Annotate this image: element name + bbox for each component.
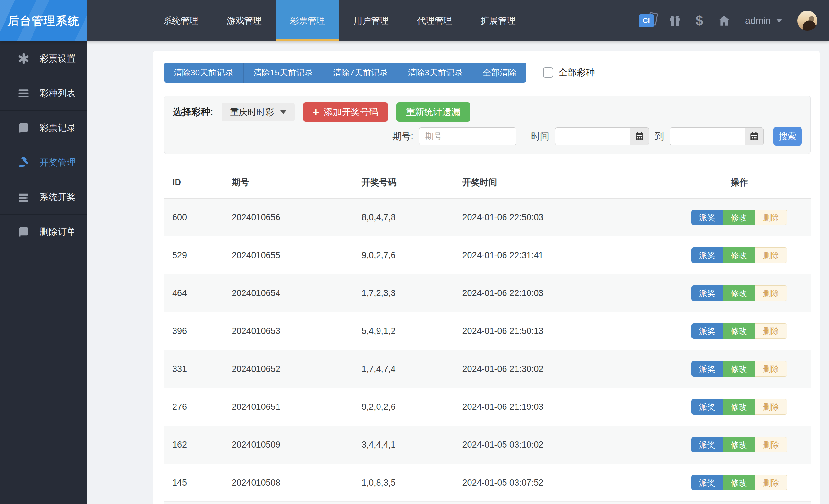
dispatch-prize-button[interactable]: 派奖 [691,399,723,415]
cell-time: 2024-01-06 22:50:03 [454,198,668,237]
delete-button[interactable]: 删除 [755,248,787,263]
table-row: 162 2024010509 3,4,4,4,1 2024-01-05 03:1… [164,426,810,464]
edit-button[interactable]: 修改 [723,323,755,339]
cell-issue: 2024010655 [223,237,353,274]
draw-records-table: ID 期号 开奖号码 开奖时间 操作 600 2024010656 8,0,4,… [164,167,810,504]
plus-icon: + [313,107,319,117]
select-lottery-label: 选择彩种: [173,106,213,118]
content-card: 清除30天前记录清除15天前记录清除7天前记录清除3天前记录全部清除 全部彩种 … [153,50,820,504]
table-row: 529 2024010655 9,0,2,7,6 2024-01-06 22:3… [164,237,810,274]
chevron-down-icon [776,19,782,23]
time-from-input[interactable] [555,127,630,145]
nav-tab-2[interactable]: 游戏管理 [212,0,276,41]
clear-button-3[interactable]: 清除7天前记录 [323,63,398,82]
content-area: 清除30天前记录清除15天前记录清除7天前记录清除3天前记录全部清除 全部彩种 … [87,41,829,504]
all-lottery-option[interactable]: 全部彩种 [543,66,595,79]
row-actions: 派奖 修改 删除 [691,323,787,339]
user-menu[interactable]: admin [745,15,782,26]
sidebar-item-label: 系统开奖 [39,191,76,204]
table-row: 331 2024010652 1,7,4,7,4 2024-01-06 21:3… [164,350,810,388]
dispatch-prize-button[interactable]: 派奖 [691,323,723,339]
sidebar-item-6[interactable]: 删除订单 [0,215,87,249]
row-actions: 派奖 修改 删除 [691,248,787,263]
cell-time: 2024-01-05 03:10:02 [454,426,668,464]
toolbar: 清除30天前记录清除15天前记录清除7天前记录清除3天前记录全部清除 全部彩种 [164,63,810,82]
delete-button[interactable]: 删除 [755,285,787,301]
ci-icon[interactable]: CI [639,14,654,27]
edit-button[interactable]: 修改 [723,361,755,377]
sidebar-item-1[interactable]: 彩票设置 [0,41,87,76]
clear-button-2[interactable]: 清除15天前记录 [244,63,323,82]
gift-icon[interactable] [669,15,681,27]
avatar[interactable] [797,11,817,31]
edit-button[interactable]: 修改 [723,248,755,263]
issue-input[interactable] [419,127,516,145]
dispatch-prize-button[interactable]: 派奖 [691,285,723,301]
delete-button[interactable]: 删除 [755,475,787,491]
time-label: 时间 [531,130,549,143]
col-issue: 期号 [223,167,353,198]
delete-button[interactable]: 删除 [755,361,787,377]
nav-tab-label: 代理管理 [417,15,452,27]
col-numbers: 开奖号码 [353,167,454,198]
cell-issue: 2024010652 [223,350,353,388]
clear-button-1[interactable]: 清除30天前记录 [164,63,244,82]
table-row: 396 2024010653 5,4,9,1,2 2024-01-06 21:5… [164,312,810,350]
cell-issue: 2024010252 [223,502,353,504]
cell-time: 2024-01-06 21:50:13 [454,312,668,350]
edit-button[interactable]: 修改 [723,475,755,491]
top-header: 后台管理系统 系统管理 游戏管理 彩票管理 用户管理 代理管理 扩展管理 CI$… [0,0,829,41]
nav-tab-label: 系统管理 [163,15,198,27]
nav-tab-3[interactable]: 彩票管理 [276,0,339,41]
all-lottery-checkbox[interactable] [543,67,553,78]
dispatch-prize-button[interactable]: 派奖 [691,437,723,453]
lottery-select-value: 重庆时时彩 [230,106,274,118]
home-icon[interactable] [718,14,730,27]
search-button[interactable]: 搜索 [773,127,802,146]
dispatch-prize-button[interactable]: 派奖 [691,248,723,263]
cell-numbers: 1,7,4,7,4 [353,350,454,388]
dispatch-prize-button[interactable]: 派奖 [691,475,723,491]
nav-tab-5[interactable]: 代理管理 [403,0,466,41]
delete-button[interactable]: 删除 [755,399,787,415]
delete-button[interactable]: 删除 [755,210,787,225]
sidebar-item-label: 彩票记录 [39,122,76,134]
nav-tab-6[interactable]: 扩展管理 [466,0,530,41]
nav-tab-label: 彩票管理 [290,15,325,27]
cell-id: 276 [164,388,223,426]
recount-missing-button[interactable]: 重新统计遗漏 [396,102,470,122]
asterisk-icon [18,53,31,64]
dispatch-prize-button[interactable]: 派奖 [691,361,723,377]
nav-tab-4[interactable]: 用户管理 [339,0,403,41]
edit-button[interactable]: 修改 [723,437,755,453]
clear-button-4[interactable]: 清除3天前记录 [398,63,473,82]
calendar-icon[interactable] [630,127,649,145]
sidebar-item-4[interactable]: 开奖管理 [0,145,87,180]
sidebar-item-3[interactable]: 彩票记录 [0,111,87,145]
dispatch-prize-button[interactable]: 派奖 [691,210,723,225]
sidebar-item-5[interactable]: 系统开奖 [0,180,87,215]
edit-button[interactable]: 修改 [723,210,755,225]
time-to-input[interactable] [670,127,745,145]
cell-numbers: 1,7,2,3,3 [353,274,454,312]
cell-numbers: 1,0,8,3,5 [353,464,454,502]
clear-button-5[interactable]: 全部清除 [473,63,526,82]
cell-id: 162 [164,426,223,464]
calendar-icon[interactable] [745,127,764,145]
app-logo: 后台管理系统 [0,0,87,41]
edit-button[interactable]: 修改 [723,399,755,415]
delete-button[interactable]: 删除 [755,323,787,339]
lottery-select[interactable]: 重庆时时彩 [222,103,295,121]
dollar-icon[interactable]: $ [695,13,703,29]
cell-time: 2024-01-06 22:10:03 [454,274,668,312]
cell-numbers: 9,2,0,2,6 [353,388,454,426]
cell-issue: 2024010653 [223,312,353,350]
nav-tab-1[interactable]: 系统管理 [149,0,212,41]
table-row: 276 2024010651 9,2,0,2,6 2024-01-06 21:1… [164,388,810,426]
delete-button[interactable]: 删除 [755,437,787,453]
filter-panel: 选择彩种: 重庆时时彩 + 添加开奖号码 重新统计遗漏 期号: 时间 [164,96,810,154]
add-draw-number-button[interactable]: + 添加开奖号码 [303,102,388,122]
edit-button[interactable]: 修改 [723,285,755,301]
cell-issue: 2024010654 [223,274,353,312]
sidebar-item-2[interactable]: 彩种列表 [0,76,87,111]
